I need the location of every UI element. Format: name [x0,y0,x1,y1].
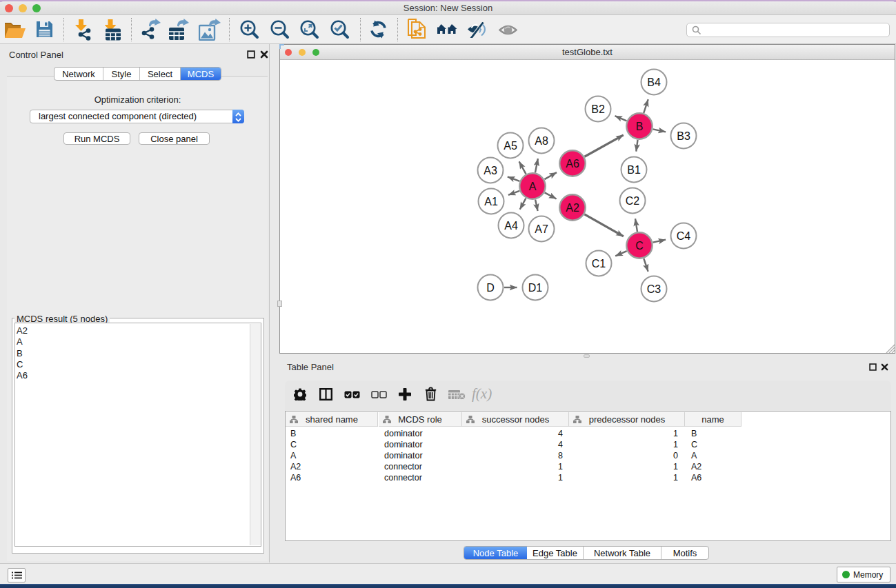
svg-text:B2: B2 [591,103,605,115]
svg-text:A5: A5 [504,140,517,152]
svg-text:A7: A7 [535,223,548,235]
svg-text:A4: A4 [504,220,518,232]
svg-text:C3: C3 [647,283,661,295]
svg-text:A6: A6 [566,158,579,170]
svg-text:B1: B1 [627,164,641,176]
svg-text:A2: A2 [566,202,579,214]
svg-text:C2: C2 [626,195,640,207]
svg-text:B: B [636,121,644,132]
svg-text:D: D [486,282,495,294]
svg-text:A: A [529,181,537,192]
svg-text:C1: C1 [592,258,606,270]
svg-text:B4: B4 [647,77,661,88]
svg-text:B3: B3 [677,130,690,142]
svg-text:C4: C4 [677,230,691,242]
svg-text:D1: D1 [528,282,543,294]
svg-text:A3: A3 [484,165,497,176]
svg-text:A1: A1 [484,196,498,207]
svg-text:C: C [635,240,644,252]
svg-text:A8: A8 [535,135,548,147]
